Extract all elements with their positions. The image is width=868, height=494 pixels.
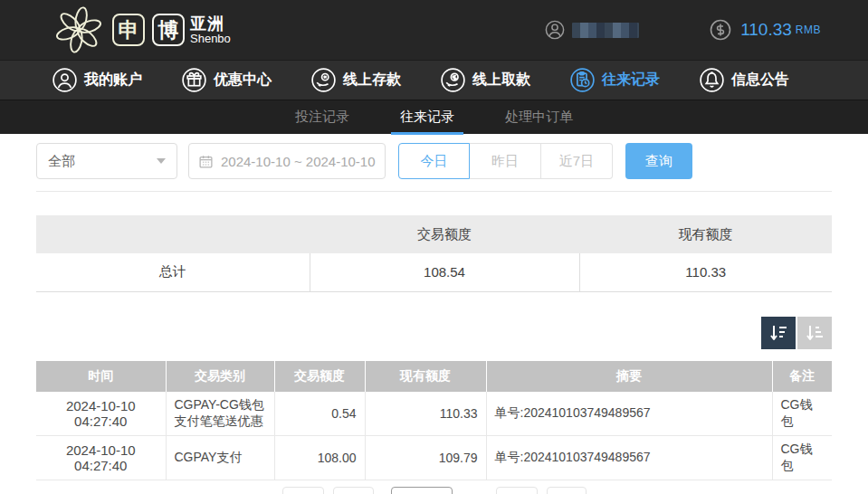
nav-label: 往来记录 <box>602 71 660 90</box>
pagination-prev-button[interactable] <box>333 487 374 494</box>
nav-label: 线上存款 <box>343 71 401 90</box>
tab-bet-records[interactable]: 投注记录 <box>290 100 355 135</box>
nav-label: 优惠中心 <box>214 71 272 90</box>
table-row: 2024-10-10 04:27:40 CGPAY-CG钱包支付笔笔送优惠 0.… <box>36 392 832 436</box>
sort-ascending-icon <box>805 323 825 343</box>
balance-currency: RMB <box>796 24 821 36</box>
bell-icon <box>700 68 724 92</box>
col-header-time: 时间 <box>36 361 166 392</box>
nav-item-deposit[interactable]: 线上存款 <box>311 68 401 92</box>
nav-item-my-account[interactable]: 我的账户 <box>52 68 142 92</box>
col-header-note: 备注 <box>772 361 832 392</box>
col-header-type: 交易类别 <box>166 361 274 392</box>
top-header: 申 博 亚洲 Shenbo 110.33 RMB <box>0 0 868 60</box>
logo-char-2: 博 <box>158 16 179 44</box>
deposit-hand-coin-icon <box>311 68 336 92</box>
sub-nav: 投注记录 往来记录 处理中订单 <box>0 100 868 134</box>
username-masked[interactable] <box>572 23 639 38</box>
user-circle-icon <box>545 20 565 40</box>
quick-date-button-group: 今日 昨日 近7日 <box>398 143 613 179</box>
content-area: 全部 2024-10-10 ~ 2024-10-10 今日 昨日 近7日 查询 <box>0 143 868 480</box>
date-range-input[interactable]: 2024-10-10 ~ 2024-10-10 <box>188 143 386 179</box>
calendar-icon <box>198 154 214 169</box>
main-nav: 我的账户 优惠中心 线上存款 线上取款 往来记录 <box>0 60 868 100</box>
account-summary: 110.33 RMB <box>545 19 821 41</box>
cell-note: CG钱包 <box>772 392 832 436</box>
balance-amount: 110.33 <box>740 20 792 40</box>
section-divider <box>36 191 832 192</box>
nav-item-withdraw[interactable]: 线上取款 <box>441 68 530 92</box>
logo-text: 亚洲 Shenbo <box>190 15 231 45</box>
gift-icon <box>182 68 206 92</box>
shenbo-records-page: 申 博 亚洲 Shenbo 110.33 RMB <box>0 0 868 494</box>
cell-balance: 109.79 <box>365 435 486 480</box>
tab-label: 往来记录 <box>400 109 454 126</box>
logo-char-box-2: 博 <box>152 14 185 46</box>
sort-descending-icon <box>768 323 788 343</box>
user-icon <box>52 68 77 92</box>
cell-balance: 110.33 <box>365 392 486 436</box>
summary-header-empty <box>36 215 310 253</box>
nav-label: 线上取款 <box>472 71 530 90</box>
records-table: 时间 交易类别 交易额度 现有额度 摘要 备注 2024-10-10 04:27… <box>36 361 832 480</box>
today-button[interactable]: 今日 <box>398 143 470 179</box>
cell-time: 2024-10-10 04:27:40 <box>36 392 166 436</box>
yesterday-button[interactable]: 昨日 <box>470 143 541 179</box>
dollar-coin-icon <box>710 19 731 41</box>
filter-row: 全部 2024-10-10 ~ 2024-10-10 今日 昨日 近7日 查询 <box>36 143 832 179</box>
date-range-value: 2024-10-10 ~ 2024-10-10 <box>221 154 376 169</box>
cell-time: 2024-10-10 04:27:40 <box>36 435 166 480</box>
cell-amount: 0.54 <box>274 392 365 436</box>
tab-label: 投注记录 <box>295 109 349 126</box>
nav-label: 信息公告 <box>731 71 789 90</box>
pagination-last-button[interactable] <box>547 487 587 494</box>
button-label: 近7日 <box>559 153 594 170</box>
search-button[interactable]: 查询 <box>625 143 692 179</box>
pagination-next-button[interactable] <box>496 487 538 494</box>
button-label: 昨日 <box>491 153 519 170</box>
col-header-amount: 交易额度 <box>274 361 365 392</box>
pagination-first-button[interactable] <box>282 487 324 494</box>
sort-ascending-button[interactable] <box>797 317 832 349</box>
clipboard-clock-icon <box>570 68 595 92</box>
last-7-days-button[interactable]: 近7日 <box>541 143 613 179</box>
tab-label: 处理中订单 <box>505 109 573 126</box>
pagination <box>0 487 868 494</box>
summary-total-trade-amount: 108.54 <box>310 253 579 291</box>
pagination-gap <box>457 487 491 494</box>
nav-item-promotions[interactable]: 优惠中心 <box>182 68 272 92</box>
summary-total-balance: 110.33 <box>579 253 832 291</box>
cell-summary: 单号:202410103749489567 <box>486 392 772 436</box>
nav-item-transaction-records[interactable]: 往来记录 <box>570 68 660 92</box>
cell-type: CGPAY-CG钱包支付笔笔送优惠 <box>166 392 274 436</box>
summary-header-balance: 现有额度 <box>579 215 832 253</box>
nav-label: 我的账户 <box>84 71 142 90</box>
cell-type: CGPAY支付 <box>166 435 274 480</box>
cell-summary: 单号:202410103749489567 <box>486 435 772 480</box>
tab-pending-orders[interactable]: 处理中订单 <box>500 100 578 135</box>
nav-item-announcements[interactable]: 信息公告 <box>700 68 789 92</box>
sort-controls <box>36 317 832 349</box>
table-row: 2024-10-10 04:27:40 CGPAY支付 108.00 109.7… <box>36 435 832 480</box>
withdraw-hand-coin-icon <box>441 68 465 92</box>
records-header-row: 时间 交易类别 交易额度 现有额度 摘要 备注 <box>36 361 832 392</box>
sort-descending-button[interactable] <box>761 317 796 349</box>
summary-total-row: 总计 108.54 110.33 <box>36 253 832 291</box>
summary-header-row: 交易额度 现有额度 <box>36 215 832 253</box>
summary-header-trade-amount: 交易额度 <box>310 215 579 253</box>
button-label: 今日 <box>421 153 448 170</box>
type-select[interactable]: 全部 <box>36 143 177 179</box>
col-header-balance: 现有额度 <box>365 361 486 392</box>
logo-char-box-1: 申 <box>112 14 145 46</box>
logo-char-1: 申 <box>119 16 139 44</box>
summary-table: 交易额度 现有额度 总计 108.54 110.33 <box>36 215 832 292</box>
tab-transaction-records[interactable]: 往来记录 <box>395 100 460 135</box>
logo-region-label: 亚洲 <box>190 15 231 33</box>
summary-total-label: 总计 <box>36 253 310 291</box>
col-header-summary: 摘要 <box>486 361 772 392</box>
cell-amount: 108.00 <box>274 435 365 480</box>
cell-note: CG钱包 <box>772 435 832 480</box>
pagination-current-page[interactable] <box>391 487 453 494</box>
logo-brand-label: Shenbo <box>190 33 231 45</box>
logo[interactable]: 申 博 亚洲 Shenbo <box>52 4 231 56</box>
